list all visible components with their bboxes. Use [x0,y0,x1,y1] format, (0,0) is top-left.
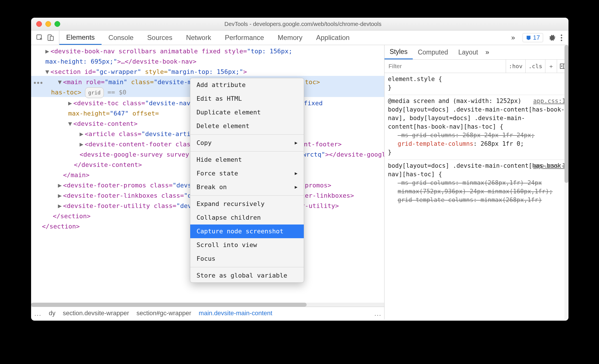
devtools-window: DevTools - developers.google.com/web/too… [31,18,568,321]
issues-icon [526,35,531,41]
more-tabs-icon[interactable]: » [509,34,517,42]
close-icon[interactable] [36,21,42,27]
settings-icon[interactable] [548,34,556,41]
submenu-arrow-icon: ▶ [295,182,298,192]
minimize-icon[interactable] [45,21,51,27]
breadcrumb-section-wrapper[interactable]: section.devsite-wrapper [63,310,129,317]
ctx-focus[interactable]: Focus [190,252,304,266]
tab-elements[interactable]: Elements [59,31,102,45]
more-icon[interactable] [561,35,562,41]
submenu-arrow-icon: ▶ [295,138,298,148]
cls-button[interactable]: .cls [525,60,545,73]
styles-filter-bar: :hov .cls ＋ [385,60,568,73]
submenu-arrow-icon: ▶ [295,168,298,179]
ctx-duplicate[interactable]: Duplicate element [190,106,304,119]
ctx-hide[interactable]: Hide element [190,153,304,167]
styles-panel: Styles Computed Layout » :hov .cls ＋ ele… [385,45,568,319]
zoom-icon[interactable] [54,21,60,27]
svg-rect-2 [50,36,53,41]
dom-tree[interactable]: ••• ▶<devsite-book-nav scrollbars animat… [31,45,384,303]
hov-button[interactable]: :hov [506,60,525,73]
inspect-icon[interactable] [36,34,43,41]
elements-panel: ••• ▶<devsite-book-nav scrollbars animat… [31,45,385,319]
tab-network[interactable]: Network [179,31,218,45]
ctx-break-on[interactable]: Break on▶ [190,180,304,194]
breadcrumb-gc-wrapper[interactable]: section#gc-wrapper [137,310,191,317]
tab-application[interactable]: Application [309,31,356,45]
new-rule-button[interactable]: ＋ [545,60,557,73]
horizontal-scrollbar[interactable] [31,303,384,307]
breadcrumb-overflow-right[interactable]: … [374,309,381,318]
ctx-delete[interactable]: Delete element [190,119,304,133]
tab-console[interactable]: Console [102,31,140,45]
context-menu: Add attribute Edit as HTML Duplicate ele… [190,78,304,283]
ctx-store-global[interactable]: Store as global variable [190,269,304,282]
breadcrumb-main[interactable]: main.devsite-main-content [199,310,272,317]
toolbar-right: » 17 [509,31,568,45]
styles-filter-input[interactable] [385,63,506,70]
breadcrumb-overflow-left[interactable]: … [34,309,41,318]
window-controls [31,21,60,27]
ctx-add-attribute[interactable]: Add attribute [190,78,304,92]
source-link[interactable]: app.css:1 [533,161,566,170]
subtab-styles[interactable]: Styles [385,45,413,59]
device-icon[interactable] [47,34,54,41]
css-rules[interactable]: element.style { } app.css:1 @media scree… [385,73,568,319]
subtab-layout[interactable]: Layout [453,45,483,59]
subtab-computed[interactable]: Computed [413,45,453,59]
tab-sources[interactable]: Sources [140,31,179,45]
toolbar-icons [31,31,59,45]
main-area: ••• ▶<devsite-book-nav scrollbars animat… [31,45,568,319]
window-titlebar: DevTools - developers.google.com/web/too… [31,18,568,31]
breadcrumb-bar: … dy section.devsite-wrapper section#gc-… [31,307,384,319]
tab-memory[interactable]: Memory [271,31,309,45]
ctx-expand[interactable]: Expand recursively [190,197,304,211]
tab-performance[interactable]: Performance [218,31,271,45]
issues-count[interactable]: 17 [523,33,543,42]
ctx-edit-html[interactable]: Edit as HTML [190,92,304,106]
grid-badge[interactable]: grid [85,87,104,98]
main-toolbar: Elements Console Sources Network Perform… [31,31,568,45]
source-link[interactable]: app.css:1 [533,97,566,105]
ctx-copy[interactable]: Copy▶ [190,136,304,150]
ctx-scroll-into-view[interactable]: Scroll into view [190,238,304,252]
ctx-capture-screenshot[interactable]: Capture node screenshot [190,225,304,238]
window-title: DevTools - developers.google.com/web/too… [60,21,568,27]
styles-subtabs: Styles Computed Layout » [385,45,568,60]
tool-tabs: Elements Console Sources Network Perform… [59,31,357,45]
ctx-force-state[interactable]: Force state▶ [190,167,304,180]
breadcrumb-body[interactable]: dy [49,310,55,317]
subtab-more-icon[interactable]: » [483,48,491,56]
issues-number: 17 [533,34,540,41]
ctx-collapse[interactable]: Collapse children [190,211,304,225]
vertical-scrollbar[interactable] [564,45,568,319]
